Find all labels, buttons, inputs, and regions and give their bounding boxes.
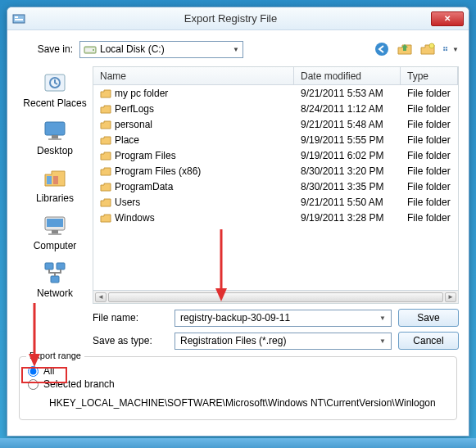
file-row[interactable]: my pc folder9/21/2011 5:53 AMFile folder — [93, 85, 458, 101]
save-in-label: Save in: — [17, 43, 73, 55]
svg-rect-22 — [48, 233, 61, 235]
file-row[interactable]: Program Files9/19/2011 6:02 PMFile folde… — [93, 147, 458, 163]
place-computer[interactable]: Computer — [34, 212, 77, 251]
file-row[interactable]: Windows9/19/2011 3:28 PMFile folder — [93, 210, 458, 225]
svg-rect-2 — [15, 19, 23, 20]
svg-rect-14 — [45, 122, 65, 135]
place-desktop[interactable]: Desktop — [37, 117, 73, 156]
back-button[interactable] — [374, 41, 390, 57]
cancel-button[interactable]: Cancel — [398, 332, 459, 350]
save-button[interactable]: Save — [398, 309, 459, 327]
file-name-label: File name: — [93, 312, 168, 324]
svg-rect-15 — [52, 135, 58, 138]
export-all-label: All — [43, 365, 54, 377]
svg-point-6 — [375, 43, 388, 56]
file-row[interactable]: PerfLogs8/24/2011 1:12 AMFile folder — [93, 101, 458, 116]
svg-rect-8 — [443, 47, 445, 48]
svg-rect-21 — [52, 230, 58, 233]
save-as-type-value: Registration Files (*.reg) — [180, 335, 286, 346]
save-as-type-combo[interactable]: Registration Files (*.reg) ▼ — [175, 333, 392, 350]
column-date[interactable]: Date modified — [294, 67, 401, 84]
svg-rect-9 — [446, 47, 447, 48]
titlebar[interactable]: Export Registry File ✕ — [7, 7, 469, 30]
export-range-group: Export range All Selected branch — [19, 356, 457, 420]
svg-rect-1 — [15, 16, 18, 18]
export-selected-label: Selected branch — [43, 378, 115, 390]
svg-rect-11 — [446, 49, 447, 51]
new-folder-button[interactable] — [419, 41, 436, 57]
close-button[interactable]: ✕ — [431, 11, 464, 26]
dialog-window: Export Registry File ✕ Save in: Local Di… — [7, 7, 469, 437]
place-network[interactable]: Network — [37, 260, 73, 299]
svg-rect-20 — [47, 219, 63, 227]
file-list-header[interactable]: Name Date modified Type — [93, 67, 458, 85]
svg-rect-18 — [53, 176, 58, 184]
svg-rect-17 — [47, 176, 52, 184]
svg-point-5 — [93, 49, 94, 51]
scroll-left-arrow[interactable]: ◄ — [95, 292, 107, 302]
svg-rect-23 — [45, 263, 53, 269]
file-row[interactable]: ProgramData8/30/2011 3:35 PMFile folder — [93, 179, 458, 194]
places-bar: Recent PlacesDesktopLibrariesComputerNet… — [17, 66, 93, 304]
svg-rect-16 — [48, 138, 61, 140]
save-as-type-label: Save as type: — [93, 335, 168, 346]
export-range-legend: Export range — [26, 351, 84, 360]
file-name-input[interactable] — [180, 312, 379, 324]
view-menu-button[interactable]: ▼ — [442, 41, 459, 57]
file-row[interactable]: Program Files (x86)8/30/2011 3:20 PMFile… — [93, 163, 458, 179]
scroll-right-arrow[interactable]: ► — [445, 292, 456, 302]
file-row[interactable]: Users9/21/2011 5:50 AMFile folder — [93, 194, 458, 210]
file-row[interactable]: personal9/21/2011 5:48 AMFile folder — [93, 116, 458, 132]
svg-rect-10 — [443, 49, 445, 51]
save-in-value: Local Disk (C:) — [100, 43, 165, 55]
file-row[interactable]: Place9/19/2011 5:55 PMFile folder — [93, 132, 458, 147]
export-all-radio[interactable] — [28, 366, 39, 377]
svg-rect-24 — [57, 263, 65, 269]
file-list-panel: Name Date modified Type my pc folder9/21… — [93, 66, 459, 304]
place-recent[interactable]: Recent Places — [23, 70, 86, 109]
svg-rect-25 — [51, 276, 59, 283]
dialog-title: Export Registry File — [30, 12, 431, 25]
file-list[interactable]: my pc folder9/21/2011 5:53 AMFile folder… — [93, 85, 458, 290]
dropdown-icon: ▼ — [233, 46, 239, 53]
taskbar — [0, 438, 476, 448]
svg-point-7 — [429, 43, 434, 48]
up-button[interactable] — [397, 41, 413, 57]
dropdown-icon[interactable]: ▼ — [379, 337, 386, 345]
column-type[interactable]: Type — [401, 67, 458, 84]
save-in-combo[interactable]: Local Disk (C:) ▼ — [79, 41, 243, 58]
horizontal-scrollbar[interactable]: ◄ ► — [93, 290, 458, 303]
scroll-thumb[interactable] — [108, 292, 443, 302]
export-selected-radio[interactable] — [28, 379, 39, 390]
app-icon — [12, 12, 25, 25]
column-name[interactable]: Name — [93, 67, 294, 84]
file-name-combo[interactable]: ▼ — [175, 310, 392, 327]
place-libraries[interactable]: Libraries — [36, 165, 74, 204]
dropdown-icon[interactable]: ▼ — [379, 315, 386, 322]
branch-path-input[interactable] — [44, 395, 465, 411]
